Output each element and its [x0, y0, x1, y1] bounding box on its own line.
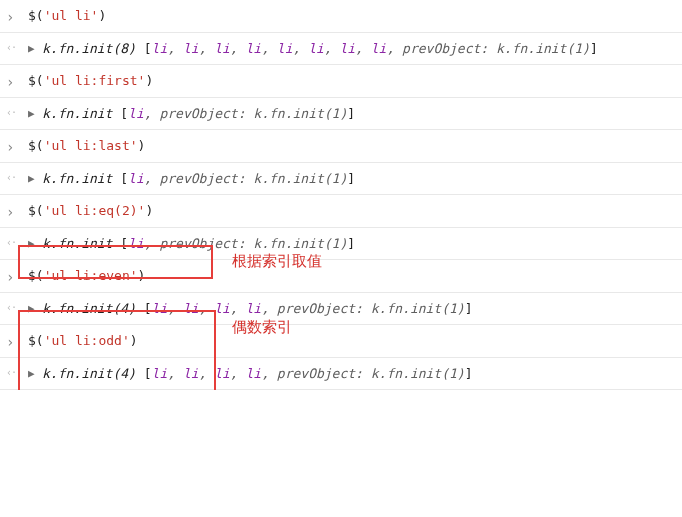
return-icon	[6, 40, 16, 57]
code-token: $(	[28, 203, 44, 218]
result-line: ▶k.fn.init [li, prevObject: k.fn.init(1)…	[28, 169, 674, 189]
code-token: ,	[199, 41, 215, 56]
code-token: prevObject: k.fn.init(1)	[277, 366, 465, 381]
code-token: )	[145, 73, 153, 88]
code-token: ]	[590, 41, 598, 56]
code-token: [	[112, 171, 128, 186]
code-token: ,	[261, 366, 277, 381]
result-content: k.fn.init(4) [li, li, li, li, prevObject…	[42, 364, 674, 384]
prompt-icon	[6, 72, 14, 93]
code-token: ]	[465, 366, 473, 381]
code-token: li	[246, 366, 262, 381]
code-token: ,	[144, 171, 160, 186]
code-token: ]	[347, 171, 355, 186]
code-token: ,	[199, 366, 215, 381]
code-token: 'ul li:first'	[44, 73, 146, 88]
console-output-row: ▶k.fn.init [li, prevObject: k.fn.init(1)…	[0, 98, 682, 131]
code-token: [	[136, 41, 152, 56]
console-input-row[interactable]: $('ul li:first')	[0, 65, 682, 98]
code-token: ,	[230, 301, 246, 316]
expand-icon[interactable]: ▶	[28, 106, 40, 123]
expand-icon[interactable]: ▶	[28, 366, 40, 383]
code-token: [	[136, 301, 152, 316]
result-line: ▶k.fn.init(4) [li, li, li, li, prevObjec…	[28, 299, 674, 319]
console-input-row[interactable]: $('ul li:last')	[0, 130, 682, 163]
console-input-row[interactable]: $('ul li')	[0, 0, 682, 33]
code-token: li	[246, 301, 262, 316]
code-token: ,	[386, 41, 402, 56]
code-token: ,	[199, 301, 215, 316]
code-token: ]	[465, 301, 473, 316]
code-token: prevObject: k.fn.init(1)	[277, 301, 465, 316]
code-token: ,	[261, 41, 277, 56]
code-token: )	[130, 333, 138, 348]
code-token: k.fn.init(8)	[42, 41, 136, 56]
code-token: li	[214, 41, 230, 56]
code-token: k.fn.init(4)	[42, 301, 136, 316]
code-token: $(	[28, 268, 44, 283]
code-token: )	[138, 268, 146, 283]
console-input-row[interactable]: $('ul li:odd')	[0, 325, 682, 358]
result-line: ▶k.fn.init [li, prevObject: k.fn.init(1)…	[28, 234, 674, 254]
result-line: ▶k.fn.init(4) [li, li, li, li, prevObjec…	[28, 364, 674, 384]
code-token: li	[183, 366, 199, 381]
code-token: k.fn.init	[42, 236, 112, 251]
code-token: li	[128, 171, 144, 186]
code-token: ,	[230, 41, 246, 56]
code-token: li	[214, 301, 230, 316]
expand-icon[interactable]: ▶	[28, 171, 40, 188]
code-token: 'ul li:odd'	[44, 333, 130, 348]
code-token: )	[138, 138, 146, 153]
code-token: prevObject: k.fn.init(1)	[159, 106, 347, 121]
code-token: $(	[28, 333, 44, 348]
code-token: li	[246, 41, 262, 56]
code-token: [	[112, 236, 128, 251]
code-token: 'ul li:eq(2)'	[44, 203, 146, 218]
code-token: )	[98, 8, 106, 23]
code-token: li	[214, 366, 230, 381]
console-output-row: ▶k.fn.init(8) [li, li, li, li, li, li, l…	[0, 33, 682, 66]
code-token: $(	[28, 138, 44, 153]
return-icon	[6, 105, 16, 122]
return-icon	[6, 235, 16, 252]
result-content: k.fn.init [li, prevObject: k.fn.init(1)]	[42, 169, 674, 189]
code-token: ]	[347, 236, 355, 251]
result-line: ▶k.fn.init [li, prevObject: k.fn.init(1)…	[28, 104, 674, 124]
code-token: li	[152, 301, 168, 316]
code-token: ,	[230, 366, 246, 381]
code-token: ,	[167, 301, 183, 316]
code-token: li	[152, 366, 168, 381]
code-token: ,	[324, 41, 340, 56]
code-token: 'ul li'	[44, 8, 99, 23]
return-icon	[6, 365, 16, 382]
code-token: ,	[292, 41, 308, 56]
console-input-row[interactable]: $('ul li:even')	[0, 260, 682, 293]
code-token: li	[152, 41, 168, 56]
code-token: $(	[28, 73, 44, 88]
prompt-icon	[6, 7, 14, 28]
code-token: ,	[261, 301, 277, 316]
code-token: [	[136, 366, 152, 381]
console-output-row: ▶k.fn.init(4) [li, li, li, li, prevObjec…	[0, 293, 682, 326]
code-token: li	[339, 41, 355, 56]
result-content: k.fn.init(8) [li, li, li, li, li, li, li…	[42, 39, 674, 59]
code-token: ,	[167, 366, 183, 381]
code-token: ,	[167, 41, 183, 56]
expand-icon[interactable]: ▶	[28, 301, 40, 318]
code-token: )	[145, 203, 153, 218]
return-icon	[6, 300, 16, 317]
code-token: li	[183, 301, 199, 316]
code-token: ,	[144, 236, 160, 251]
code-token: li	[183, 41, 199, 56]
code-token: ,	[144, 106, 160, 121]
expand-icon[interactable]: ▶	[28, 41, 40, 58]
console-input-row[interactable]: $('ul li:eq(2)')	[0, 195, 682, 228]
result-content: k.fn.init [li, prevObject: k.fn.init(1)]	[42, 104, 674, 124]
code-token: $(	[28, 8, 44, 23]
code-token: li	[128, 106, 144, 121]
prompt-icon	[6, 267, 14, 288]
code-token: li	[308, 41, 324, 56]
code-token: ]	[347, 106, 355, 121]
expand-icon[interactable]: ▶	[28, 236, 40, 253]
code-token: [	[112, 106, 128, 121]
